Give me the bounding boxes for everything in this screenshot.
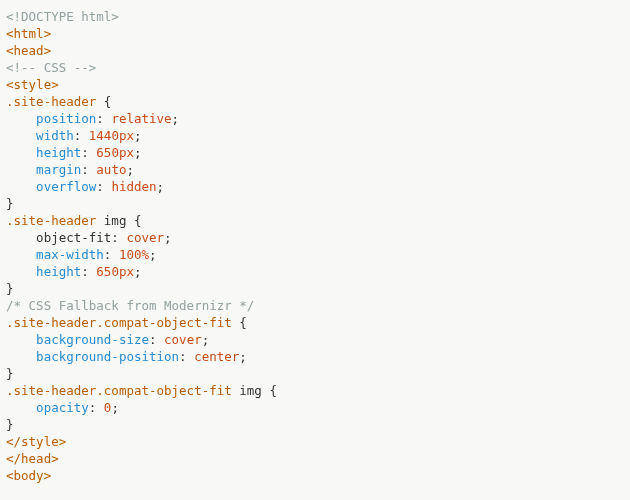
token: /* CSS Fallback from Modernizr */ bbox=[6, 298, 254, 313]
token: .site-header bbox=[6, 94, 96, 109]
token: ; bbox=[111, 400, 119, 415]
code-line: <head> bbox=[6, 42, 624, 59]
token: <html> bbox=[6, 26, 51, 41]
token: <body> bbox=[6, 468, 51, 483]
token: ; bbox=[149, 247, 157, 262]
code-line: opacity: 0; bbox=[6, 399, 624, 416]
token: opacity bbox=[36, 400, 89, 415]
token: center bbox=[194, 349, 239, 364]
token: <!DOCTYPE html> bbox=[6, 9, 119, 24]
code-line: <body> bbox=[6, 467, 624, 484]
token: img { bbox=[232, 383, 277, 398]
code-line: <style> bbox=[6, 76, 624, 93]
token: auto bbox=[96, 162, 126, 177]
token: : bbox=[81, 264, 96, 279]
token: <head> bbox=[6, 43, 51, 58]
token: 1440px bbox=[89, 128, 134, 143]
token: background-size bbox=[36, 332, 149, 347]
code-line: } bbox=[6, 365, 624, 382]
token: 100% bbox=[119, 247, 149, 262]
token: </head> bbox=[6, 451, 59, 466]
token: : bbox=[96, 179, 111, 194]
token: : bbox=[179, 349, 194, 364]
token: img { bbox=[96, 213, 141, 228]
token: max-width bbox=[36, 247, 104, 262]
code-line: } bbox=[6, 280, 624, 297]
code-line: .site-header img { bbox=[6, 212, 624, 229]
token: height bbox=[36, 145, 81, 160]
code-line: max-width: 100%; bbox=[6, 246, 624, 263]
token: : bbox=[81, 145, 96, 160]
token: } bbox=[6, 366, 14, 381]
token: <!-- CSS --> bbox=[6, 60, 96, 75]
code-line: height: 650px; bbox=[6, 144, 624, 161]
token: ; bbox=[134, 145, 142, 160]
token: 650px bbox=[96, 264, 134, 279]
token: height bbox=[36, 264, 81, 279]
code-line: .site-header.compat-object-fit { bbox=[6, 314, 624, 331]
token: .site-header.compat-object-fit bbox=[6, 383, 232, 398]
token: ; bbox=[126, 162, 134, 177]
code-line: } bbox=[6, 195, 624, 212]
token: } bbox=[6, 281, 14, 296]
token: 650px bbox=[96, 145, 134, 160]
token: margin bbox=[36, 162, 81, 177]
code-line: background-size: cover; bbox=[6, 331, 624, 348]
token: .site-header bbox=[6, 213, 96, 228]
token: ; bbox=[134, 264, 142, 279]
code-block: <!DOCTYPE html><html><head><!-- CSS --><… bbox=[6, 8, 624, 484]
code-line: </style> bbox=[6, 433, 624, 450]
token: : bbox=[104, 247, 119, 262]
token: hidden bbox=[111, 179, 156, 194]
token: : bbox=[149, 332, 164, 347]
code-line: <html> bbox=[6, 25, 624, 42]
code-line: .site-header.compat-object-fit img { bbox=[6, 382, 624, 399]
token: cover bbox=[164, 332, 202, 347]
token: <style> bbox=[6, 77, 59, 92]
token: relative bbox=[111, 111, 171, 126]
code-line: <!DOCTYPE html> bbox=[6, 8, 624, 25]
code-line: /* CSS Fallback from Modernizr */ bbox=[6, 297, 624, 314]
code-line: .site-header { bbox=[6, 93, 624, 110]
code-line: </head> bbox=[6, 450, 624, 467]
code-line: object-fit: cover; bbox=[6, 229, 624, 246]
token: overflow bbox=[36, 179, 96, 194]
token: : bbox=[81, 162, 96, 177]
token: position bbox=[36, 111, 96, 126]
code-line: width: 1440px; bbox=[6, 127, 624, 144]
token: ; bbox=[134, 128, 142, 143]
token: ; bbox=[202, 332, 210, 347]
token: object-fit: bbox=[36, 230, 126, 245]
token: : bbox=[74, 128, 89, 143]
code-line: height: 650px; bbox=[6, 263, 624, 280]
token: </style> bbox=[6, 434, 66, 449]
token: : bbox=[89, 400, 104, 415]
code-line: background-position: center; bbox=[6, 348, 624, 365]
token: cover bbox=[126, 230, 164, 245]
token: ; bbox=[172, 111, 180, 126]
token: ; bbox=[239, 349, 247, 364]
token: ; bbox=[157, 179, 165, 194]
code-line: <!-- CSS --> bbox=[6, 59, 624, 76]
token: ; bbox=[164, 230, 172, 245]
token: : bbox=[96, 111, 111, 126]
token: } bbox=[6, 196, 14, 211]
code-line: position: relative; bbox=[6, 110, 624, 127]
code-line: margin: auto; bbox=[6, 161, 624, 178]
code-line: overflow: hidden; bbox=[6, 178, 624, 195]
token: .site-header.compat-object-fit bbox=[6, 315, 232, 330]
token: { bbox=[232, 315, 247, 330]
token: { bbox=[96, 94, 111, 109]
token: background-position bbox=[36, 349, 179, 364]
code-line: } bbox=[6, 416, 624, 433]
token: width bbox=[36, 128, 74, 143]
token: } bbox=[6, 417, 14, 432]
